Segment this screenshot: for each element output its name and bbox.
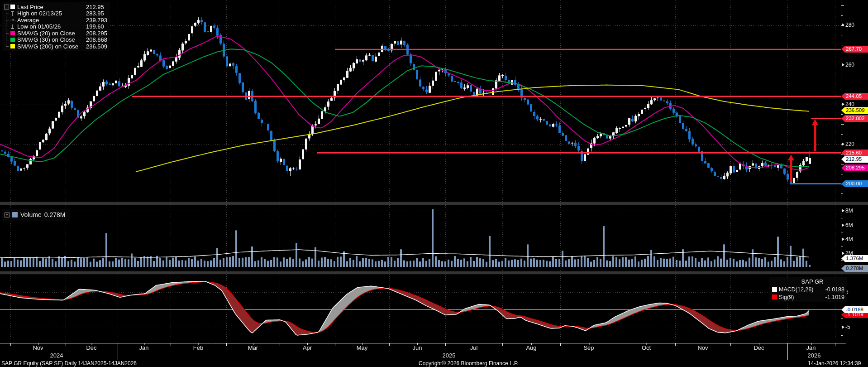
legend-value: 283.95 xyxy=(86,10,104,17)
legend-label: SMAVG (30) on Close xyxy=(17,36,86,43)
axis-badge-236-509: 236.509 xyxy=(841,107,868,114)
price-legend-panel: -Last Price212.95High on 02/13/25283.95A… xyxy=(2,2,110,51)
legend-value: 208.668 xyxy=(86,36,107,43)
bloomberg-chart-window: -Last Price212.95High on 02/13/25283.95A… xyxy=(0,0,868,367)
legend-tree-line xyxy=(4,17,10,23)
legend-tree-line xyxy=(4,43,10,49)
low-icon xyxy=(10,24,16,29)
volume-legend-panel[interactable]: + Volume 0.278M xyxy=(2,209,70,221)
macd-legend-label: Sig(9) xyxy=(779,294,820,300)
x-axis-month-label-aug: Aug xyxy=(526,344,536,351)
x-axis-month-label-apr: Apr xyxy=(303,344,312,351)
x-axis-month-label-sep: Sep xyxy=(583,344,594,351)
axis-tick-label-8m: 8M xyxy=(842,208,853,214)
legend-tree-line xyxy=(4,24,10,30)
legend-label: Last Price xyxy=(17,4,86,10)
legend-value: 239.793 xyxy=(86,17,107,24)
x-axis-month-label-jan: Jan xyxy=(139,344,149,351)
legend-row-last-price[interactable]: -Last Price212.95 xyxy=(4,4,107,10)
axis-badge-212-95: 212.95 xyxy=(841,156,868,163)
footer-copyright: Copyright© 2026 Bloomberg Finance L.P. xyxy=(419,360,519,367)
axis-tick-label-5: -5 xyxy=(842,324,850,330)
x-axis-month-label-dec: Dec xyxy=(86,344,96,351)
x-axis-month-label-jul: Jul xyxy=(470,344,478,351)
axis-badge-232-802: 232.802 xyxy=(841,115,868,122)
legend-row-high-on-02-13-25[interactable]: High on 02/13/25283.95 xyxy=(4,10,107,17)
axis-badge-0-278m: 0.278M xyxy=(841,265,868,272)
legend-row-low-on-01-05-26[interactable]: Low on 01/05/26199.60 xyxy=(4,24,107,30)
legend-row-smavg-200-on-close[interactable]: SMAVG (200) on Close236.509 xyxy=(4,43,107,50)
legend-label: SMAVG (200) on Close xyxy=(17,43,86,50)
axis-badge-200-00: 200.00 xyxy=(841,180,868,187)
legend-row-smavg-20-on-close[interactable]: SMAVG (20) on Close208.295 xyxy=(4,30,107,37)
x-axis-month-label-feb: Feb xyxy=(193,344,203,351)
legend-value: 236.509 xyxy=(86,43,107,50)
sma30-swatch-icon xyxy=(10,37,16,43)
axis-badge-0-0188: -0.0188 xyxy=(841,306,868,313)
axis-tick-label-220: 220 xyxy=(842,141,854,147)
axis-badge-208-295: 208.295 xyxy=(841,164,868,171)
macd-legend-value: -1.1019 xyxy=(820,294,844,300)
axis-badge-244-05: 244.05 xyxy=(841,93,868,100)
macd-legend-row-sig-9[interactable]: Sig(9)-1.1019 xyxy=(772,293,844,301)
macd-legend-row-macd-12-26[interactable]: MACD(12,26)-0.0188 xyxy=(772,285,844,293)
footer-security-description: SAP GR Equity (SAP SE) Daily 14JAN2025-1… xyxy=(1,360,137,367)
macd-12-26-swatch-icon xyxy=(772,287,777,292)
average-icon xyxy=(10,17,16,23)
legend-label: Average xyxy=(17,17,86,24)
x-axis-year-label-2025: 2025 xyxy=(443,352,456,359)
x-axis-month-label-mar: Mar xyxy=(248,344,258,351)
macd-legend-label: MACD(12,26) xyxy=(779,286,820,293)
macd-legend-value: -0.0188 xyxy=(820,286,844,293)
sma200-swatch-icon xyxy=(10,43,16,49)
high-icon xyxy=(10,11,16,16)
macd-legend-panel: SAP GR MACD(12,26)-0.0188Sig(9)-1.1019 xyxy=(769,277,847,302)
legend-value: 199.60 xyxy=(86,23,104,30)
axis-tick-label-4m: 4M xyxy=(842,236,853,242)
legend-row-smavg-30-on-close[interactable]: SMAVG (30) on Close208.668 xyxy=(4,37,107,43)
volume-legend-label: Volume xyxy=(20,211,42,218)
legend-label: SMAVG (20) on Close xyxy=(17,30,86,37)
axis-badge-215-60: 215.60 xyxy=(841,150,868,156)
sma20-swatch-icon xyxy=(10,30,16,36)
volume-swatch-icon xyxy=(12,212,18,217)
price-legend-expander-icon[interactable]: - xyxy=(4,5,9,10)
x-axis-month-label-jan: Jan xyxy=(806,344,816,351)
chart-canvas[interactable] xyxy=(0,0,868,367)
x-axis-year-label-2024: 2024 xyxy=(50,352,63,359)
legend-label: High on 02/13/25 xyxy=(17,10,86,17)
axis-tick-label-280: 280 xyxy=(842,22,854,28)
legend-value: 208.295 xyxy=(86,30,107,37)
legend-tree-line xyxy=(4,30,10,36)
legend-label: Low on 01/05/26 xyxy=(17,23,86,30)
x-axis-year-label-2026: 2026 xyxy=(808,352,821,359)
x-axis-month-label-may: May xyxy=(357,344,368,351)
x-axis-month-label-jun: Jun xyxy=(413,344,422,351)
legend-value: 212.95 xyxy=(86,4,104,10)
axis-tick-label-6m: 6M xyxy=(842,222,853,228)
x-axis-month-label-nov: Nov xyxy=(33,344,43,351)
x-axis-month-label-dec: Dec xyxy=(754,344,764,351)
last-price-swatch-icon xyxy=(10,4,16,10)
x-axis-month-label-nov: Nov xyxy=(697,344,708,351)
legend-tree-line xyxy=(4,10,10,17)
sig-9-swatch-icon xyxy=(772,295,777,299)
axis-badge-1-376m: 1.376M xyxy=(841,255,868,262)
legend-expander-cell: - xyxy=(4,4,10,10)
volume-legend-value: 0.278M xyxy=(44,211,66,218)
axis-tick-label-240: 240 xyxy=(842,101,854,107)
macd-legend-title: SAP GR xyxy=(772,278,844,285)
axis-tick-label-260: 260 xyxy=(842,62,854,68)
volume-expander-icon[interactable]: + xyxy=(5,212,10,217)
legend-tree-line xyxy=(4,37,10,43)
legend-row-average[interactable]: Average239.793 xyxy=(4,17,107,24)
x-axis-month-label-oct: Oct xyxy=(642,344,651,351)
axis-badge-267-70: 267.70 xyxy=(841,46,868,53)
footer-timestamp: 14-Jan-2026 12:34:39 xyxy=(808,360,861,367)
